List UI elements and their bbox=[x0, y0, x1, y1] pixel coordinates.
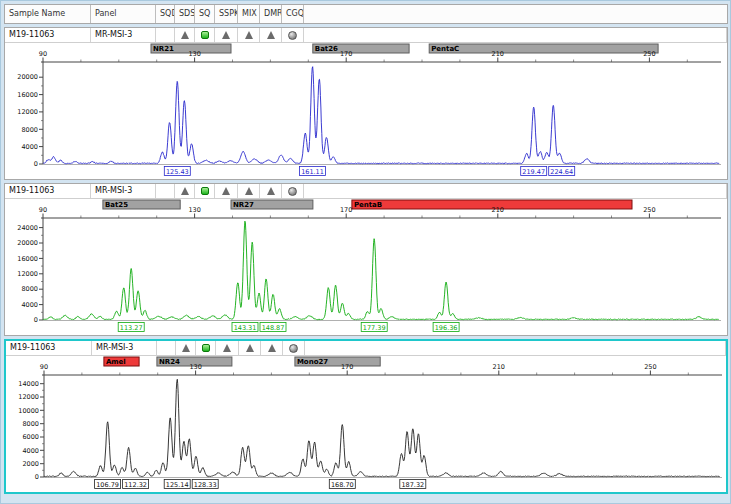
sspk-flag-cell[interactable] bbox=[216, 341, 239, 355]
green-square-pass-icon bbox=[201, 31, 209, 39]
y-tick-label: 8000 bbox=[21, 126, 38, 134]
peak-size-label: 125.14 bbox=[166, 481, 189, 489]
y-tick-label: 6000 bbox=[22, 433, 39, 441]
sqd-cell[interactable] bbox=[156, 28, 175, 42]
y-tick-label: 16000 bbox=[17, 91, 38, 99]
peak-size-label: 168.70 bbox=[331, 481, 354, 489]
triangle-flag-icon bbox=[182, 344, 190, 352]
marker-label: PentaB bbox=[354, 201, 382, 209]
peak-size-label: 187.32 bbox=[401, 481, 424, 489]
sds-flag-cell[interactable] bbox=[175, 28, 195, 42]
triangle-flag-icon bbox=[268, 344, 276, 352]
marker-label: NR21 bbox=[153, 45, 174, 53]
y-tick-label: 12000 bbox=[17, 270, 38, 278]
column-header-mix: MIX bbox=[238, 5, 260, 23]
marker-label: PentaC bbox=[431, 45, 459, 53]
column-header-dmr: DMR bbox=[260, 5, 282, 23]
y-tick-label: 4000 bbox=[21, 301, 38, 309]
app-window: Sample Name Panel SQD SDS SQ SSPK MIX DM… bbox=[0, 0, 731, 504]
peak-size-label: 161.11 bbox=[301, 168, 324, 176]
sspk-flag-cell[interactable] bbox=[215, 184, 238, 198]
triangle-flag-icon bbox=[181, 31, 189, 39]
sphere-status-icon bbox=[288, 31, 297, 40]
green-square-pass-icon bbox=[202, 344, 210, 352]
mix-flag-cell[interactable] bbox=[239, 341, 261, 355]
cgq-flag-cell[interactable] bbox=[282, 28, 304, 42]
row-filler bbox=[305, 341, 726, 355]
triangle-flag-icon bbox=[245, 31, 253, 39]
sq-flag-cell[interactable] bbox=[196, 341, 216, 355]
sample-block-3-selected: M19-11063 MR-MSI-3 AmelNR24Mono279013017… bbox=[4, 339, 728, 494]
column-header-sds: SDS bbox=[175, 5, 195, 23]
peak-size-label: 148.87 bbox=[262, 324, 285, 332]
sample-name[interactable]: M19-11063 bbox=[6, 341, 92, 355]
column-header-cgq: CGQ bbox=[282, 5, 304, 23]
ruler-tick-label: 170 bbox=[340, 206, 352, 214]
peak-size-label: 106.79 bbox=[96, 481, 119, 489]
triangle-flag-icon bbox=[223, 344, 231, 352]
ruler-tick-label: 90 bbox=[39, 50, 47, 58]
dmr-flag-cell[interactable] bbox=[260, 184, 282, 198]
electropherogram-green[interactable]: Bat25NR27PentaB9013017021025004000800012… bbox=[5, 199, 725, 335]
ruler-tick-label: 210 bbox=[493, 363, 505, 371]
column-header-sample-name: Sample Name bbox=[5, 5, 91, 23]
mix-flag-cell[interactable] bbox=[238, 28, 260, 42]
ruler-tick-label: 130 bbox=[189, 363, 201, 371]
trace bbox=[44, 379, 720, 476]
panel-name[interactable]: MR-MSI-3 bbox=[91, 28, 156, 42]
dmr-flag-cell[interactable] bbox=[261, 341, 283, 355]
peak-size-label: 224.64 bbox=[550, 168, 573, 176]
y-tick-label: 8000 bbox=[21, 285, 38, 293]
ruler-tick-label: 130 bbox=[188, 50, 200, 58]
panel-name[interactable]: MR-MSI-3 bbox=[92, 341, 157, 355]
peak-size-label: 128.33 bbox=[194, 481, 217, 489]
triangle-flag-icon bbox=[222, 31, 230, 39]
mix-flag-cell[interactable] bbox=[238, 184, 260, 198]
peak-size-label: 219.47 bbox=[522, 168, 545, 176]
electropherogram-blue[interactable]: NR21Bat26PentaC9013017021025004000800012… bbox=[5, 43, 725, 179]
y-tick-label: 16000 bbox=[17, 255, 38, 263]
dmr-flag-cell[interactable] bbox=[260, 28, 282, 42]
sample-block-1: M19-11063 MR-MSI-3 NR21Bat26PentaC901301… bbox=[4, 27, 728, 180]
ruler-tick-label: 250 bbox=[643, 50, 655, 58]
triangle-flag-icon bbox=[267, 31, 275, 39]
peak-size-label: 112.32 bbox=[124, 481, 147, 489]
ruler-tick-label: 250 bbox=[643, 206, 655, 214]
sample-name[interactable]: M19-11063 bbox=[5, 28, 91, 42]
y-tick-label: 20000 bbox=[17, 239, 38, 247]
peak-size-label: 125.43 bbox=[166, 168, 189, 176]
panel-name[interactable]: MR-MSI-3 bbox=[91, 184, 156, 198]
y-tick-label: 20000 bbox=[17, 73, 38, 81]
y-tick-label: 0 bbox=[34, 316, 38, 324]
ruler-tick-label: 250 bbox=[644, 363, 656, 371]
content-area: Sample Name Panel SQD SDS SQ SSPK MIX DM… bbox=[4, 4, 728, 494]
ruler-tick-label: 90 bbox=[39, 206, 47, 214]
sq-flag-cell[interactable] bbox=[195, 184, 215, 198]
triangle-flag-icon bbox=[245, 187, 253, 195]
sq-flag-cell[interactable] bbox=[195, 28, 215, 42]
y-tick-label: 24000 bbox=[17, 224, 38, 232]
ruler-tick-label: 210 bbox=[492, 50, 504, 58]
sample-row[interactable]: M19-11063 MR-MSI-3 bbox=[6, 341, 726, 356]
sqd-cell[interactable] bbox=[157, 341, 176, 355]
sspk-flag-cell[interactable] bbox=[215, 28, 238, 42]
sds-flag-cell[interactable] bbox=[176, 341, 196, 355]
sphere-status-icon bbox=[289, 344, 298, 353]
electropherogram-black[interactable]: AmelNR24Mono2790130170210250020004000600… bbox=[6, 356, 724, 492]
y-tick-label: 10000 bbox=[18, 407, 39, 415]
marker-label: NR27 bbox=[233, 201, 254, 209]
cgq-flag-cell[interactable] bbox=[282, 184, 304, 198]
sample-name[interactable]: M19-11063 bbox=[5, 184, 91, 198]
table-header: Sample Name Panel SQD SDS SQ SSPK MIX DM… bbox=[4, 4, 728, 24]
triangle-flag-icon bbox=[181, 187, 189, 195]
cgq-flag-cell[interactable] bbox=[283, 341, 305, 355]
column-header-panel: Panel bbox=[91, 5, 156, 23]
peak-size-label: 113.27 bbox=[120, 324, 143, 332]
sds-flag-cell[interactable] bbox=[175, 184, 195, 198]
ruler-tick-label: 90 bbox=[40, 363, 48, 371]
marker-bar-pentac[interactable] bbox=[429, 44, 658, 53]
sample-row[interactable]: M19-11063 MR-MSI-3 bbox=[5, 28, 727, 43]
trace bbox=[43, 67, 719, 164]
sqd-cell[interactable] bbox=[156, 184, 175, 198]
sample-row[interactable]: M19-11063 MR-MSI-3 bbox=[5, 184, 727, 199]
